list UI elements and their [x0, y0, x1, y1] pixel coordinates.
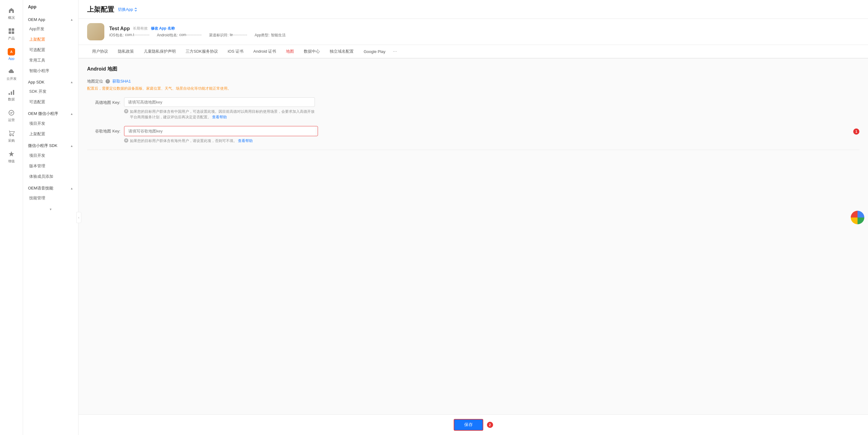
sidebar-item-app[interactable]: A App [0, 45, 23, 64]
info-icon-google: ● [124, 138, 128, 143]
nav-item-wechat-sdk-project[interactable]: 项目开发 [23, 150, 78, 161]
nav-item-app-dev[interactable]: App开发 [23, 24, 78, 34]
tab-privacy-policy[interactable]: 隐私政策 [113, 45, 139, 59]
app-icon-image [87, 23, 104, 40]
amap-help-link[interactable]: 查看帮助 [212, 115, 227, 119]
section-title-android-map: Android 地图 [87, 66, 859, 72]
main-content: Android 地图 地图定位 ? 获取SHA1 配置后，需要定位数据的设备面板… [79, 59, 868, 435]
collapse-arrow-wechat: ▲ [70, 112, 73, 116]
google-play-circle-icon [851, 211, 864, 224]
main-nav: App OEM App ▲ App开发 上架配置 可选配置 常用工具 智能小程序… [23, 0, 79, 435]
nav-section-wechat-sdk-title[interactable]: 微信小程序 SDK ▲ [23, 139, 78, 150]
android-package-value: com··············· [179, 33, 202, 38]
nav-section-oem-app: OEM App ▲ App开发 上架配置 可选配置 常用工具 智能小程序 [23, 13, 78, 76]
tab-more-btn[interactable]: ··· [390, 45, 399, 58]
svg-rect-1 [12, 28, 14, 31]
nav-section-wechat-sdk: 微信小程序 SDK ▲ 项目开发 版本管理 体验成员添加 [23, 139, 78, 182]
nav-item-shelf-config[interactable]: 上架配置 [23, 34, 78, 45]
tabs-bar: 用户协议 隐私政策 儿童隐私保护声明 三方SDK服务协议 iOS 证书 Andr… [79, 45, 868, 59]
google-key-input[interactable] [125, 126, 315, 136]
ios-package-label: iOS包名: [109, 33, 124, 38]
nav-item-miniprogram[interactable]: 智能小程序 [23, 66, 78, 76]
edit-app-name-link[interactable]: 修改 App 名称 [151, 26, 175, 31]
svg-rect-2 [9, 31, 11, 34]
tab-data-center[interactable]: 数据中心 [299, 45, 325, 59]
nav-section-oem-app-title[interactable]: OEM App ▲ [23, 13, 78, 24]
ios-package-value: com.t··············· [125, 33, 149, 38]
sidebar-label-value: 增值 [8, 159, 15, 164]
sha1-link[interactable]: 获取SHA1 [112, 79, 131, 84]
divider [87, 150, 859, 150]
amap-key-row: 高德地图 Key: ● 如果您的目标用户群体含有中国用户，可选设置此项。因目前高… [87, 97, 859, 120]
sidebar-label-ops: 运营 [8, 118, 15, 122]
nav-section-wechat-title[interactable]: OEM 微信小程序 ▲ [23, 107, 78, 118]
svg-rect-3 [12, 31, 14, 34]
nav-section-app-sdk: App SDK ▲ SDK 开发 可选配置 [23, 76, 78, 107]
sidebar-label-app: App [8, 57, 14, 60]
app-info-card: Test App 长期有效 修改 App 名称 iOS包名: com.t····… [79, 19, 868, 45]
nav-item-common-tools[interactable]: 常用工具 [23, 55, 78, 66]
sidebar-item-ops[interactable]: 运营 [0, 105, 23, 126]
nav-item-skill-manage[interactable]: 技能管理 [23, 193, 78, 203]
nav-section-wechat: OEM 微信小程序 ▲ 项目开发 上架配置 [23, 107, 78, 139]
nav-item-wechat-project[interactable]: 项目开发 [23, 118, 78, 129]
google-key-input-wrapper [124, 126, 318, 136]
svg-rect-4 [9, 93, 10, 95]
tab-user-agreement[interactable]: 用户协议 [87, 45, 113, 59]
amap-key-input[interactable] [124, 97, 315, 107]
sidebar-item-product[interactable]: 产品 [0, 24, 23, 45]
left-sidebar: 概况 产品 A App 云开发 [0, 0, 23, 435]
bottom-save-bar: 保存 2 [79, 414, 868, 435]
info-icon-amap: ● [124, 109, 128, 113]
nav-item-wechat-sdk-version[interactable]: 版本管理 [23, 161, 78, 171]
page-title: 上架配置 [87, 5, 114, 14]
nav-section-voice: OEM语音技能 ▲ 技能管理 [23, 182, 78, 203]
tab-android-cert[interactable]: Android 证书 [248, 45, 281, 59]
nav-section-app-sdk-title[interactable]: App SDK ▲ [23, 76, 78, 86]
tab-ios-cert[interactable]: iOS 证书 [223, 45, 248, 59]
svg-rect-0 [9, 28, 11, 31]
nav-item-optional-config[interactable]: 可选配置 [23, 45, 78, 55]
chevron-up-down-icon [134, 8, 137, 11]
annotation-1: 1 [853, 128, 859, 135]
save-button[interactable]: 保存 [454, 419, 483, 431]
android-package-label: Android包名: [157, 33, 178, 38]
channel-value: te·············· [229, 33, 247, 38]
sidebar-label-data: 数据 [8, 97, 15, 102]
nav-item-sdk-dev[interactable]: SDK 开发 [23, 86, 78, 97]
nav-section-voice-title[interactable]: OEM语音技能 ▲ [23, 182, 78, 193]
sidebar-item-cloud[interactable]: 云开发 [0, 64, 23, 85]
google-map-key-row: 谷歌地图 Key: ● 如果您的目标用户群体含有海外用户，请设置此项，否则可不填… [87, 126, 859, 144]
app-name: Test App [109, 26, 130, 31]
cloud-icon [8, 68, 15, 75]
app-type-value: 智能生活 [271, 33, 286, 38]
collapse-arrow-oem-app: ▲ [70, 18, 73, 21]
sidebar-item-overview[interactable]: 概况 [0, 3, 23, 24]
tab-map[interactable]: 地图 [281, 45, 299, 59]
google-help-link[interactable]: 查看帮助 [238, 139, 253, 143]
amap-hint-text: 如果您的目标用户群体含有中国用户，可选设置此项。因目前高德对以商用目标的使用场景… [130, 109, 315, 120]
google-key-label: 谷歌地图 Key: [87, 126, 124, 134]
nav-item-wechat-sdk-members[interactable]: 体验成员添加 [23, 171, 78, 182]
app-type-label: App类型: [254, 33, 270, 38]
page-header: 上架配置 切换App [79, 0, 868, 19]
nav-item-sdk-optional[interactable]: 可选配置 [23, 97, 78, 107]
tab-google-play[interactable]: Google Play [359, 46, 390, 58]
switch-app-button[interactable]: 切换App [118, 7, 137, 12]
tab-sdk-agreement[interactable]: 三方SDK服务协议 [181, 45, 223, 59]
nav-top-label: App [23, 0, 78, 13]
sidebar-item-purchase[interactable]: 采购 [0, 126, 23, 147]
tab-children-privacy[interactable]: 儿童隐私保护声明 [139, 45, 181, 59]
nav-collapse-btn[interactable]: ▼ [49, 208, 52, 211]
sidebar-item-value[interactable]: 增值 [0, 147, 23, 167]
collapse-arrow-voice: ▲ [70, 187, 73, 190]
annotation-2: 2 [487, 422, 493, 428]
tab-domain-config[interactable]: 独立域名配置 [325, 45, 359, 59]
info-icon-locate: ? [105, 79, 110, 84]
nav-item-wechat-shelf[interactable]: 上架配置 [23, 129, 78, 139]
svg-rect-6 [13, 90, 14, 95]
app-validity-badge: 长期有效 [133, 26, 148, 31]
google-hint-text: 如果您的目标用户群体含有海外用户，请设置此项，否则可不填。 查看帮助 [130, 138, 315, 144]
side-toggle-btn[interactable]: ‹ [76, 212, 81, 223]
sidebar-item-data[interactable]: 数据 [0, 85, 23, 105]
